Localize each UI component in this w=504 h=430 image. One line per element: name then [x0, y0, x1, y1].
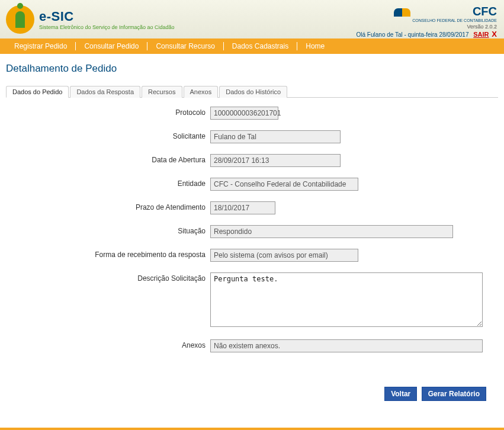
tab-recursos[interactable]: Recursos — [142, 86, 182, 98]
form-dados-pedido: Protocolo 10000000036201701 Solicitante … — [6, 98, 498, 369]
label-situacao: Situação — [6, 225, 210, 235]
tab-dados-resposta[interactable]: Dados da Resposta — [70, 86, 140, 98]
tabs: Dados do Pedido Dados da Resposta Recurs… — [6, 85, 498, 98]
close-icon[interactable]: X — [492, 30, 497, 38]
logo-area: e-SIC Sistema Eletrônico do Serviço de I… — [6, 5, 175, 34]
value-descricao[interactable] — [210, 272, 483, 327]
content: Detalhamento de Pedido Dados do Pedido D… — [0, 54, 504, 416]
user-greeting: Olá Fulano de Tal - quinta-feira 28/09/2… — [357, 31, 469, 38]
value-forma: Pelo sistema (com avisos por email) — [210, 249, 358, 262]
header: e-SIC Sistema Eletrônico do Serviço de I… — [0, 0, 504, 38]
label-protocolo: Protocolo — [6, 107, 210, 117]
tab-anexos[interactable]: Anexos — [184, 86, 219, 98]
menu-consultar-pedido[interactable]: Consultar Pedido — [76, 42, 147, 50]
header-right: CFC CONSELHO FEDERAL DE CONTABILIDADE Ve… — [357, 5, 497, 38]
menu-home[interactable]: Home — [297, 42, 333, 50]
tab-dados-historico[interactable]: Dados do Histórico — [219, 86, 287, 98]
value-situacao: Respondido — [210, 225, 453, 238]
voltar-button[interactable]: Voltar — [384, 387, 417, 401]
logout-link[interactable]: SAIR — [473, 31, 489, 38]
menu-registrar-pedido[interactable]: Registrar Pedido — [6, 42, 76, 50]
main-menu: Registrar Pedido Consultar Pedido Consul… — [0, 38, 504, 54]
label-anexos: Anexos — [6, 339, 210, 349]
cfc-logo: CFC CONSELHO FEDERAL DE CONTABILIDADE — [357, 5, 497, 23]
logo-text: e-SIC Sistema Eletrônico do Serviço de I… — [39, 9, 175, 30]
value-anexos: Não existem anexos. — [210, 339, 483, 352]
value-prazo: 18/10/2017 — [210, 201, 275, 214]
value-data-abertura: 28/09/2017 16:13 — [210, 154, 341, 167]
label-data-abertura: Data de Abertura — [6, 154, 210, 164]
version-label: Versão 2.0.2 — [357, 24, 497, 30]
value-protocolo: 10000000036201701 — [210, 107, 278, 120]
esic-logo-icon — [6, 5, 34, 34]
brand-subtitle: Sistema Eletrônico do Serviço de Informa… — [39, 24, 175, 30]
footer: Manual e-SIC Guia do Cidadão Primeiro Ac… — [0, 428, 504, 430]
menu-consultar-recurso[interactable]: Consultar Recurso — [147, 42, 223, 50]
page-title: Detalhamento de Pedido — [6, 63, 498, 75]
label-entidade: Entidade — [6, 178, 210, 188]
menu-dados-cadastrais[interactable]: Dados Cadastrais — [224, 42, 297, 50]
user-greeting-line: Olá Fulano de Tal - quinta-feira 28/09/2… — [357, 30, 497, 38]
org-sub: CONSELHO FEDERAL DE CONTABILIDADE — [412, 18, 497, 23]
gerar-relatorio-button[interactable]: Gerar Relatório — [422, 387, 486, 401]
label-prazo: Prazo de Atendimento — [6, 201, 210, 211]
org-name: CFC — [412, 5, 497, 18]
label-solicitante: Solicitante — [6, 130, 210, 140]
label-descricao: Descrição Solicitação — [6, 272, 210, 283]
button-bar: Voltar Gerar Relatório — [6, 387, 498, 401]
value-solicitante: Fulano de Tal — [210, 130, 341, 143]
label-forma: Forma de recebimento da resposta — [6, 249, 210, 259]
tab-dados-pedido[interactable]: Dados do Pedido — [6, 86, 69, 98]
cfc-mark-icon — [394, 7, 410, 20]
value-entidade: CFC - Conselho Federal de Contabilidade — [210, 178, 358, 191]
brand-title: e-SIC — [39, 9, 175, 24]
